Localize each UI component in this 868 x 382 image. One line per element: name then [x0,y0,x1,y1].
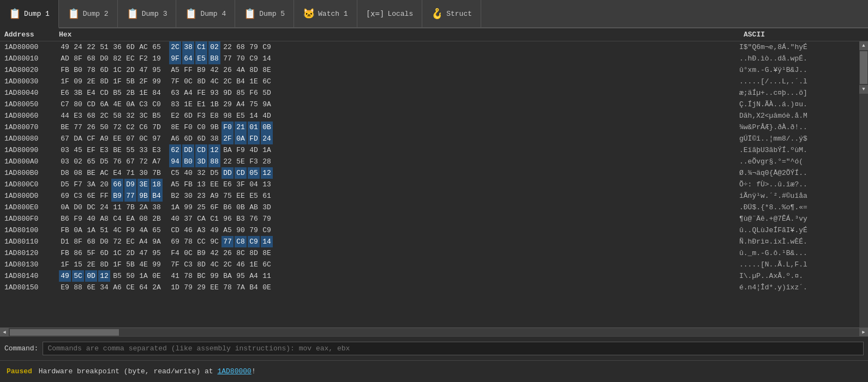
hex-byte[interactable]: 72 [111,122,123,133]
h-scrollbar[interactable]: ◀ ▶ [0,328,868,336]
hex-byte[interactable]: 41 [169,270,181,282]
hex-byte[interactable]: 33 [137,144,149,156]
hex-byte[interactable]: 0B [261,122,273,133]
hex-byte[interactable]: 6D [124,41,136,53]
table-row[interactable]: 1AD8000049242251366DAC652C38C102226879C9… [0,41,859,53]
table-row[interactable]: 1AD80110D18F68D072ECA49A6978CC9C77C8C914… [0,236,859,247]
hex-byte[interactable]: 02 [208,41,220,53]
hex-byte[interactable]: 0A [235,133,247,144]
hex-byte[interactable]: 5F [85,247,97,259]
hex-byte[interactable]: DD [182,144,194,156]
hex-byte[interactable]: 9B [137,190,149,202]
hex-byte[interactable]: B4 [235,76,247,87]
hex-byte[interactable]: 9B [208,122,220,133]
hex-byte[interactable]: A6 [111,282,123,293]
hex-byte[interactable]: 9A [151,236,163,247]
hex-byte[interactable]: 22 [85,41,97,53]
hex-byte[interactable]: 50 [98,122,110,133]
hex-byte[interactable]: 4E [137,259,149,270]
hex-byte[interactable]: 2F [137,76,149,87]
hex-byte[interactable]: 04 [248,179,260,190]
hex-rows[interactable]: 1AD8000049242251366DAC652C38C102226879C9… [0,41,859,328]
hex-byte[interactable]: 1E [137,87,149,99]
hex-byte[interactable]: 51 [98,41,110,53]
hex-byte[interactable]: E3 [151,144,163,156]
hex-byte[interactable]: 3D [261,202,273,213]
hex-byte[interactable]: A9 [98,133,110,144]
hex-byte[interactable]: 2F [222,133,234,144]
hex-byte[interactable]: 34 [98,282,110,293]
tab-dump2[interactable]: 📋 Dump 2 [59,0,118,27]
hex-byte[interactable]: FD [248,133,260,144]
hex-byte[interactable]: 99 [208,270,220,282]
table-row[interactable]: 1AD8006044E3682C58323CB5E26DF3E898E5144D… [0,110,859,122]
hex-byte[interactable]: 78 [182,236,194,247]
hex-byte[interactable]: EC [124,236,136,247]
hex-byte[interactable]: 75 [222,190,234,202]
hex-byte[interactable]: 65 [151,41,163,53]
hex-byte[interactable]: 6A [98,99,110,110]
hex-byte[interactable]: 07 [124,133,136,144]
hex-byte[interactable]: CD [98,87,110,99]
hex-byte[interactable]: B0 [72,64,84,76]
hex-byte[interactable]: CE [124,282,136,293]
hex-byte[interactable]: C0 [151,99,163,110]
hex-byte[interactable]: 30 [137,167,149,179]
table-row[interactable]: 1AD800F0B6F940A8C4EA082B4037CAC196B37679… [0,213,859,225]
hex-byte[interactable]: 19 [151,53,163,64]
hex-byte[interactable]: 7F [169,259,181,270]
hex-byte[interactable]: 7A [235,282,247,293]
hex-byte[interactable]: 85 [235,87,247,99]
hex-byte[interactable]: 65 [151,225,163,236]
hex-byte[interactable]: 36 [111,41,123,53]
hex-byte[interactable]: 8D [195,259,207,270]
hex-byte[interactable]: D0 [98,53,110,64]
hex-byte[interactable]: 47 [137,247,149,259]
hex-byte[interactable]: 5C [72,270,84,282]
hex-byte[interactable]: 37 [182,213,194,225]
hex-byte[interactable]: F2 [137,53,149,64]
hex-byte[interactable]: A4 [235,99,247,110]
hex-byte[interactable]: 77 [222,236,234,247]
hex-byte[interactable]: F3 [195,110,207,122]
hex-byte[interactable]: 1A [85,225,97,236]
hex-byte[interactable]: 71 [124,167,136,179]
hex-byte[interactable]: B9 [195,247,207,259]
table-row[interactable]: 1AD80010AD8F68D082ECF2199F64E5B87770C914… [0,53,859,64]
hex-byte[interactable]: E9 [59,282,71,293]
hex-byte[interactable]: C2 [124,122,136,133]
hex-byte[interactable]: E4 [111,167,123,179]
hex-byte[interactable]: C7 [59,99,71,110]
hex-byte[interactable]: AC [98,167,110,179]
hex-byte[interactable]: B6 [59,213,71,225]
hex-byte[interactable]: B2 [169,190,181,202]
hex-byte[interactable]: A4 [137,236,149,247]
hex-byte[interactable]: F4 [169,247,181,259]
hex-byte[interactable]: 63 [169,87,181,99]
hex-byte[interactable]: 77 [222,53,234,64]
hex-byte[interactable]: D1 [59,236,71,247]
hex-byte[interactable]: 1D [169,282,181,293]
hex-byte[interactable]: 0C [137,133,149,144]
hex-byte[interactable]: 40 [169,213,181,225]
hex-byte[interactable]: F6 [248,87,260,99]
hex-byte[interactable]: 26 [85,122,97,133]
hex-byte[interactable]: E3 [98,144,110,156]
hex-byte[interactable]: FB [182,179,194,190]
hex-byte[interactable]: C3 [72,190,84,202]
hex-byte[interactable]: 95 [151,247,163,259]
hex-byte[interactable]: 4A [235,64,247,76]
hex-byte[interactable]: 4C [208,259,220,270]
hex-byte[interactable]: 1B [208,99,220,110]
hex-byte[interactable]: 03 [59,144,71,156]
hex-byte[interactable]: 3C [137,110,149,122]
hex-byte[interactable]: 15 [72,259,84,270]
hex-byte[interactable]: 93 [208,87,220,99]
hex-byte[interactable]: F7 [72,179,84,190]
hex-byte[interactable]: E5 [195,53,207,64]
hex-byte[interactable]: E6 [59,87,71,99]
hex-byte[interactable]: F3 [248,156,260,167]
hex-byte[interactable]: CD [169,225,181,236]
hex-byte[interactable]: CD [85,99,97,110]
hex-byte[interactable]: 0A [59,202,71,213]
